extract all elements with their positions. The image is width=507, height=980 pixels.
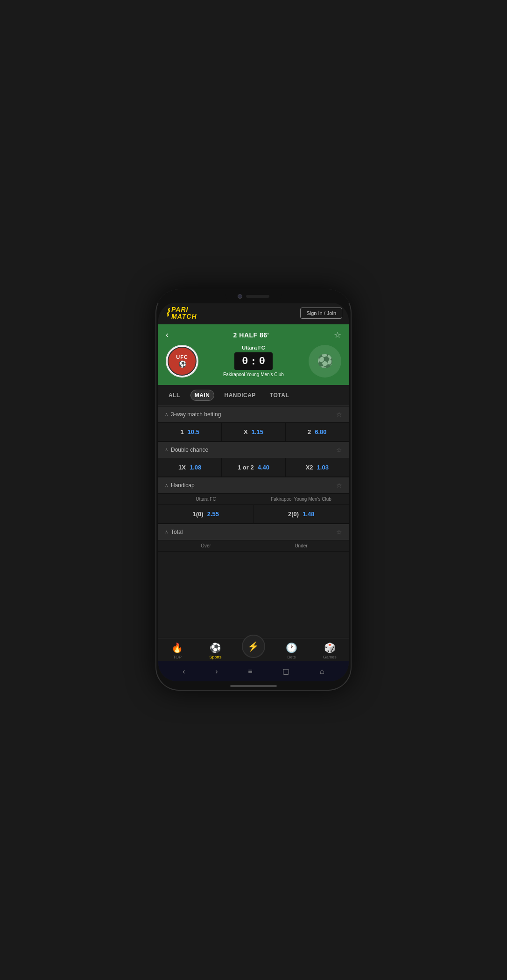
odds-label-x2: X2 [306, 464, 313, 471]
away-team-name: Fakirapool Young Men's Club [223, 372, 284, 377]
phone-notch [225, 291, 282, 301]
odds-cell-1x[interactable]: 1X 1.08 [158, 458, 222, 476]
odds-label-h2: 2(0) [288, 511, 299, 518]
nav-top-label: TOP [173, 655, 182, 659]
logo-text: PARI MATCH [171, 306, 197, 321]
logo-slash-icon: ⌇ [165, 308, 170, 318]
odds-row-3way: 1 10.5 X 1.15 2 6.80 [158, 423, 349, 441]
games-icon: 🎲 [324, 642, 336, 653]
tab-all[interactable]: ALL [165, 390, 184, 400]
sys-home-button[interactable]: ⌂ [315, 665, 329, 678]
sign-in-button[interactable]: Sign In / Join [300, 308, 342, 319]
odds-label-1x: 1X [178, 464, 186, 471]
odds-value-1or2: 4.40 [258, 464, 269, 471]
section-double-star[interactable]: ☆ [336, 446, 342, 454]
sys-window-button[interactable]: ▢ [278, 665, 294, 678]
handicap-sub-header: Uttara FC Fakirapool Young Men's Club [158, 494, 349, 505]
phone-notch-area [155, 289, 352, 303]
nav-bets[interactable]: 🕐 Bets [273, 642, 311, 659]
odds-row-double: 1X 1.08 1 or 2 4.40 X2 1.03 [158, 458, 349, 477]
bets-icon: 🕐 [286, 642, 297, 653]
app-logo: ⌇ PARI MATCH [165, 306, 197, 321]
odds-value-1: 10.5 [188, 428, 199, 435]
collapse-icon: ∧ [165, 412, 168, 417]
sports-icon: ⚽ [210, 642, 221, 653]
nav-games-label: Games [323, 655, 337, 659]
back-button[interactable]: ‹ [166, 330, 169, 340]
bolt-icon: ⚡ [247, 641, 259, 652]
odds-row-handicap: 1(0) 2.55 2(0) 1.48 [158, 505, 349, 524]
section-handicap-title: ∧ Handicap [165, 482, 195, 489]
score-display: 0 : 0 [234, 352, 273, 370]
tab-total[interactable]: TOTAL [266, 390, 293, 400]
odds-value-h2: 1.48 [303, 511, 314, 518]
fire-icon: 🔥 [171, 642, 183, 653]
odds-label-1: 1 [180, 428, 183, 435]
match-teams: UFC ⚽ Uttara FC 0 : 0 Fakirapool Young M… [166, 345, 341, 378]
total-over-label: Over [158, 540, 253, 551]
phone-bottom-bar [230, 685, 277, 687]
total-under-label: Under [253, 540, 349, 551]
betting-content: ∧ 3-way match betting ☆ 1 10.5 X 1.15 2 … [158, 406, 349, 638]
nav-sports[interactable]: ⚽ Sports [197, 642, 235, 659]
odds-label-1or2: 1 or 2 [238, 464, 254, 471]
nav-center[interactable]: ⚡ [234, 644, 273, 658]
odds-label-h1: 1(0) [193, 511, 204, 518]
match-header-top: ‹ 2 HALF 86' ☆ [166, 330, 341, 340]
section-total-title: ∧ Total [165, 529, 183, 535]
odds-value-x: 1.15 [252, 428, 263, 435]
odds-cell-1or2[interactable]: 1 or 2 4.40 [222, 458, 285, 476]
section-3way-star[interactable]: ☆ [336, 411, 342, 418]
section-handicap-star[interactable]: ☆ [336, 482, 342, 489]
collapse-total-icon: ∧ [165, 529, 168, 534]
odds-cell-x[interactable]: X 1.15 [222, 423, 285, 441]
match-header: ‹ 2 HALF 86' ☆ UFC ⚽ Uttara FC 0 : 0 [158, 324, 349, 385]
tab-main[interactable]: MAIN [190, 390, 214, 401]
odds-value-2: 6.80 [315, 428, 326, 435]
section-double-title: ∧ Double chance [165, 447, 208, 453]
section-3way-header[interactable]: ∧ 3-way match betting ☆ [158, 406, 349, 423]
section-total-star[interactable]: ☆ [336, 528, 342, 536]
sys-back-button[interactable]: ‹ [178, 665, 190, 678]
bet-tabs: ALL MAIN HANDICAP TOTAL [158, 385, 349, 406]
sys-menu-button[interactable]: ≡ [243, 665, 257, 678]
odds-value-1x: 1.08 [190, 464, 201, 471]
odds-cell-1[interactable]: 1 10.5 [158, 423, 222, 441]
away-team-logo: ⚽ [309, 345, 341, 378]
section-handicap-header[interactable]: ∧ Handicap ☆ [158, 477, 349, 494]
phone-frame: ⌇ PARI MATCH Sign In / Join ‹ 2 HALF 86'… [155, 289, 352, 691]
collapse-handicap-icon: ∧ [165, 483, 168, 488]
top-bar: ⌇ PARI MATCH Sign In / Join [158, 302, 349, 324]
score-home: 0 [242, 356, 248, 367]
odds-label-x: X [244, 428, 248, 435]
section-double-header[interactable]: ∧ Double chance ☆ [158, 441, 349, 458]
sys-forward-button[interactable]: › [211, 665, 222, 678]
camera-icon [238, 294, 242, 299]
logo-pari: PARI [171, 306, 197, 313]
collapse-double-icon: ∧ [165, 447, 168, 452]
nav-top[interactable]: 🔥 TOP [158, 642, 197, 659]
center-button[interactable]: ⚡ [242, 635, 265, 658]
section-total-header[interactable]: ∧ Total ☆ [158, 524, 349, 540]
nav-sports-label: Sports [209, 655, 221, 659]
ufc-text: UFC [176, 354, 188, 360]
odds-cell-x2[interactable]: X2 1.03 [286, 458, 349, 476]
handicap-home-label: Uttara FC [158, 494, 253, 504]
score-block: Uttara FC 0 : 0 Fakirapool Young Men's C… [202, 345, 305, 377]
speaker [246, 295, 269, 298]
favorite-button[interactable]: ☆ [334, 330, 341, 340]
odds-cell-h2[interactable]: 2(0) 1.48 [254, 505, 349, 523]
away-ball-icon: ⚽ [317, 353, 333, 369]
odds-value-h1: 2.55 [207, 511, 219, 518]
logo-match: MATCH [171, 313, 197, 320]
score-colon: : [252, 355, 255, 367]
phone-screen: ⌇ PARI MATCH Sign In / Join ‹ 2 HALF 86'… [158, 302, 349, 681]
nav-games[interactable]: 🎲 Games [310, 642, 349, 659]
odds-cell-h1[interactable]: 1(0) 2.55 [158, 505, 254, 523]
nav-bets-label: Bets [288, 655, 296, 659]
score-away: 0 [259, 356, 265, 367]
odds-cell-2[interactable]: 2 6.80 [286, 423, 349, 441]
handicap-away-label: Fakirapool Young Men's Club [253, 494, 349, 504]
match-status: 2 HALF 86' [233, 331, 269, 339]
tab-handicap[interactable]: HANDICAP [221, 390, 260, 400]
